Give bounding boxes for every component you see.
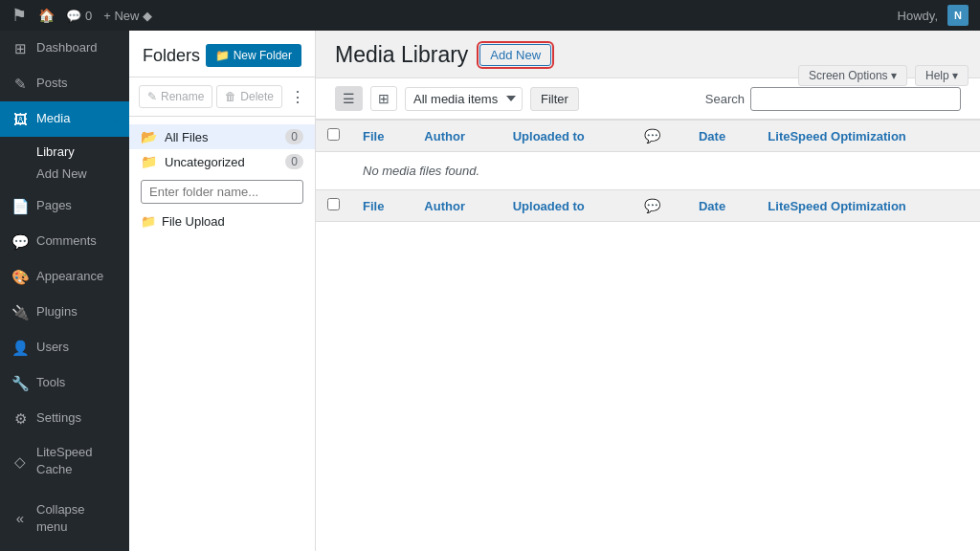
tfoot-author: Author (412, 190, 501, 222)
comments-column-icon: 💬 (644, 128, 660, 143)
tfoot-comments: 💬 (633, 190, 687, 222)
uploaded-to-footer-link[interactable]: Uploaded to (513, 199, 585, 213)
file-upload-label: File Upload (162, 214, 225, 229)
list-view-button[interactable]: ☰ (335, 86, 363, 111)
list-view-icon: ☰ (343, 91, 355, 106)
grid-view-icon: ⊞ (378, 91, 390, 106)
folders-list: 📂 All Files 0 📁 Uncategorized 0 📁 File U… (129, 117, 315, 551)
sidebar-label-media: Media (36, 110, 70, 127)
th-uploaded-to: Uploaded to (501, 121, 633, 152)
sidebar-item-media[interactable]: 🖼 Media ◀ (0, 101, 129, 137)
sidebar-bottom: « Collapse menu (0, 490, 129, 551)
folder-name-input[interactable] (141, 180, 303, 204)
folder-name-input-row (129, 174, 315, 209)
sidebar-label-settings: Settings (36, 409, 81, 427)
grid-view-button[interactable]: ⊞ (370, 86, 397, 111)
delete-label: Delete (240, 90, 274, 103)
litespeed-icon: ◇ (11, 452, 29, 472)
sidebar-item-users[interactable]: 👤 Users (0, 330, 129, 365)
table-header-row: File Author Uploaded to 💬 Date LiteSpeed… (316, 121, 980, 152)
sidebar-item-pages[interactable]: 📄 Pages (0, 188, 129, 224)
search-input[interactable] (750, 87, 961, 111)
collapse-icon: « (11, 508, 29, 528)
file-footer-link[interactable]: File (363, 199, 384, 213)
rename-folder-button[interactable]: ✎ Rename (139, 85, 212, 108)
rename-label: Rename (161, 90, 204, 103)
comment-icon: 💬 (66, 9, 81, 23)
screen-options-button[interactable]: Screen Options ▾ (798, 65, 907, 86)
sidebar-label-comments: Comments (36, 232, 97, 250)
media-table: File Author Uploaded to 💬 Date LiteSpeed… (316, 120, 980, 222)
sidebar-label-pages: Pages (36, 197, 72, 214)
folders-toolbar: ✎ Rename 🗑 Delete ⋮ (129, 77, 315, 117)
add-new-button[interactable]: Add New (479, 44, 551, 66)
table-foot: File Author Uploaded to 💬 Date LiteSpeed… (316, 190, 980, 222)
sidebar-label-plugins: Plugins (36, 303, 78, 320)
uncategorized-folder-icon: 📁 (141, 154, 157, 169)
folders-title: Folders (143, 46, 200, 66)
avatar[interactable]: N (947, 5, 969, 26)
comments-footer-icon: 💬 (644, 198, 660, 213)
collapse-menu-label: Collapse menu (36, 501, 118, 536)
folder-item-file-upload[interactable]: 📁 File Upload (129, 209, 315, 233)
home-icon[interactable]: 🏠 (38, 8, 55, 23)
sidebar-item-tools[interactable]: 🔧 Tools (0, 365, 129, 401)
sidebar-item-litespeed[interactable]: ◇ LiteSpeed Cache (0, 436, 129, 486)
folders-panel: Folders 📁 New Folder ✎ Rename 🗑 Delete ⋮ (129, 31, 316, 551)
sidebar-item-settings[interactable]: ⚙ Settings (0, 401, 129, 436)
table-footer-row: File Author Uploaded to 💬 Date LiteSpeed… (316, 190, 980, 222)
appearance-icon: 🎨 (11, 267, 29, 287)
th-author: Author (412, 121, 501, 152)
tfoot-uploaded-to: Uploaded to (501, 190, 633, 222)
media-type-filter[interactable]: All media items Images Audio Video Docum… (405, 87, 523, 111)
author-footer-link[interactable]: Author (424, 199, 465, 213)
sidebar-label-dashboard: Dashboard (36, 39, 98, 56)
folder-item-uncategorized[interactable]: 📁 Uncategorized 0 (129, 149, 315, 174)
search-label: Search (705, 92, 745, 106)
file-column-link[interactable]: File (363, 129, 384, 143)
howdy-text: Howdy, (898, 9, 938, 23)
sidebar-label-litespeed: LiteSpeed Cache (36, 444, 118, 478)
delete-folder-button[interactable]: 🗑 Delete (216, 85, 282, 108)
sidebar-item-dashboard[interactable]: ⊞ Dashboard (0, 31, 129, 66)
uploaded-to-column-link[interactable]: Uploaded to (513, 129, 585, 143)
wordpress-logo-icon[interactable]: ⚑ (11, 5, 27, 26)
content-area: Folders 📁 New Folder ✎ Rename 🗑 Delete ⋮ (129, 31, 980, 551)
tfoot-litespeed: LiteSpeed Optimization (756, 190, 980, 222)
media-submenu: Library Add New (0, 137, 129, 188)
collapse-menu-button[interactable]: « Collapse menu (0, 494, 129, 543)
author-column-link[interactable]: Author (424, 129, 465, 143)
folder-item-all-files[interactable]: 📂 All Files 0 (129, 124, 315, 149)
new-content-button[interactable]: + New ◆ (103, 9, 152, 23)
sidebar-label-tools: Tools (36, 374, 65, 391)
sidebar-item-plugins[interactable]: 🔌 Plugins (0, 295, 129, 330)
main-layout: ⊞ Dashboard ✎ Posts 🖼 Media ◀ Library Ad… (0, 31, 980, 551)
all-files-folder-icon: 📂 (141, 129, 157, 144)
new-folder-button[interactable]: 📁 New Folder (206, 44, 301, 67)
avatar-letter: N (954, 10, 962, 21)
top-bar-right: Howdy, N (898, 5, 969, 26)
select-all-checkbox[interactable] (327, 128, 340, 141)
all-files-count: 0 (285, 129, 303, 144)
sidebar-subitem-add-new[interactable]: Add New (36, 163, 129, 185)
screen-options-area: Screen Options ▾ Help ▾ (798, 65, 969, 86)
folder-more-button[interactable]: ⋮ (290, 88, 305, 106)
sidebar-item-appearance[interactable]: 🎨 Appearance (0, 259, 129, 295)
date-footer-link[interactable]: Date (699, 199, 725, 213)
help-button[interactable]: Help ▾ (915, 65, 969, 86)
select-all-footer-checkbox[interactable] (327, 198, 340, 210)
sidebar-label-appearance: Appearance (36, 268, 103, 285)
filter-button[interactable]: Filter (530, 87, 579, 111)
sidebar-item-posts[interactable]: ✎ Posts (0, 66, 129, 101)
page-header: Media Library Add New Screen Options ▾ H… (316, 31, 980, 78)
pages-icon: 📄 (11, 196, 29, 216)
sidebar-subitem-library[interactable]: Library (36, 141, 129, 163)
media-icon: 🖼 (11, 109, 29, 129)
sidebar-item-comments[interactable]: 💬 Comments (0, 224, 129, 259)
screen-options-arrow-icon: ▾ (891, 69, 897, 82)
th-litespeed: LiteSpeed Optimization (756, 121, 980, 152)
comments-count-badge[interactable]: 💬 0 (66, 9, 92, 23)
uncategorized-count: 0 (285, 154, 303, 169)
date-column-link[interactable]: Date (699, 129, 725, 143)
th-file: File (351, 121, 412, 152)
